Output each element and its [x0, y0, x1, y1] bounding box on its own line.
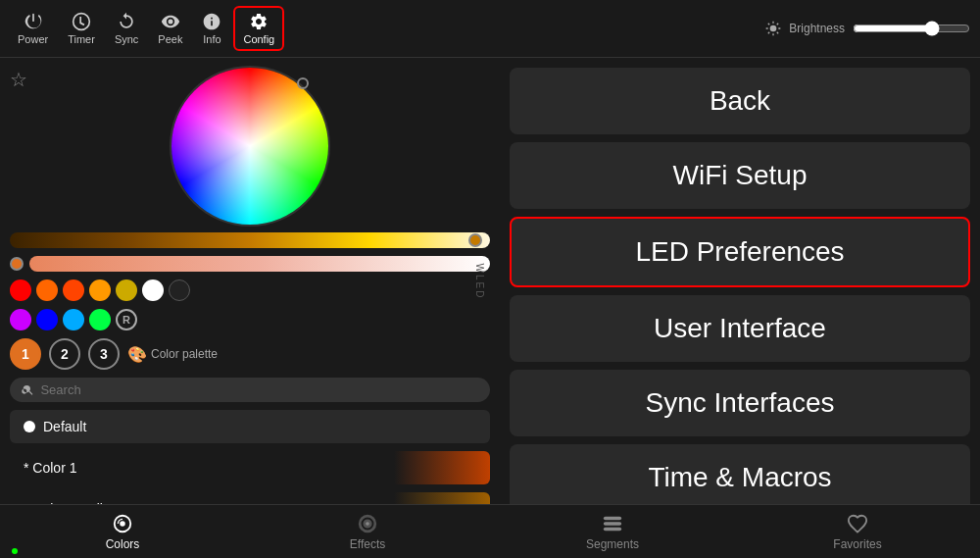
list-item-color1[interactable]: * Color 1: [10, 451, 490, 484]
menu-btn-back[interactable]: Back: [510, 68, 970, 134]
wheel-cursor[interactable]: [297, 77, 309, 89]
search-input[interactable]: [40, 382, 478, 397]
list-label-color1: * Color 1: [24, 460, 76, 476]
menu-btn-led-prefs[interactable]: LED Preferences: [510, 217, 970, 287]
svg-point-1: [120, 521, 125, 527]
nav-timer[interactable]: Timer: [60, 8, 103, 49]
swatch-orange1[interactable]: [36, 279, 58, 301]
palette-label-text: Color palette: [151, 347, 218, 361]
svg-rect-5: [604, 522, 621, 526]
nav-peek-label: Peek: [158, 33, 182, 45]
brightness-section: Brightness: [765, 21, 970, 36]
nav-sync-label: Sync: [115, 33, 138, 45]
nav-info-label: Info: [203, 33, 220, 45]
color-wheel-container: [10, 68, 490, 225]
swatch-cyan[interactable]: [63, 309, 84, 330]
palette-btn-1[interactable]: 1: [10, 338, 41, 370]
hue-slider[interactable]: [10, 232, 490, 248]
swatch-orange2[interactable]: [63, 279, 84, 301]
tab-colors-label: Colors: [106, 537, 140, 551]
swatch-purple[interactable]: [10, 309, 31, 330]
tab-favorites-label: Favorites: [833, 537, 881, 551]
search-box: [10, 378, 490, 402]
tab-effects[interactable]: Effects: [245, 505, 490, 558]
hue-dot: [468, 233, 482, 247]
swatch-random[interactable]: R: [116, 309, 137, 330]
list-label-gradient: * Color Gradient: [24, 501, 122, 504]
color-brightness-bar[interactable]: [29, 256, 490, 272]
palette-btn-3[interactable]: 3: [88, 338, 120, 370]
nav-peek[interactable]: Peek: [150, 8, 190, 49]
svg-point-0: [770, 25, 777, 32]
swatches-row1: [10, 279, 490, 301]
tab-segments[interactable]: Segments: [490, 505, 735, 558]
list-item-gradient[interactable]: * Color Gradient: [10, 492, 490, 504]
brightness-slider-row: [10, 256, 490, 272]
search-icon: [22, 383, 34, 397]
menu-btn-ui[interactable]: User Interface: [510, 295, 970, 362]
swatch-blue[interactable]: [36, 309, 58, 330]
top-nav: Power Timer Sync Peek Info Config Bright…: [0, 0, 980, 58]
svg-rect-6: [604, 527, 621, 531]
menu-btn-sync[interactable]: Sync Interfaces: [510, 370, 970, 436]
list-dot-default: [24, 421, 35, 432]
tab-segments-label: Segments: [586, 537, 639, 551]
list-label-default: Default: [43, 419, 86, 434]
swatch-red[interactable]: [10, 279, 31, 301]
nav-sync[interactable]: Sync: [107, 8, 146, 49]
swatch-white[interactable]: [142, 279, 164, 301]
swatch-dark[interactable]: [169, 279, 190, 301]
nav-timer-label: Timer: [68, 33, 95, 45]
palette-icon: 🎨: [127, 345, 147, 364]
swatches-row2: R: [10, 309, 490, 330]
nav-info[interactable]: Info: [194, 8, 229, 49]
color-wheel[interactable]: [172, 68, 328, 225]
menu-btn-time[interactable]: Time & Macros: [510, 444, 970, 504]
left-panel: ☆: [0, 58, 500, 504]
swatch-yellow[interactable]: [116, 279, 137, 301]
svg-rect-4: [604, 516, 621, 520]
bottom-tabs: Colors Effects Segments Favorites: [0, 504, 980, 558]
main-content: ☆: [0, 58, 980, 504]
swatch-green[interactable]: [89, 309, 111, 330]
hue-slider-row: [10, 232, 490, 248]
tab-effects-label: Effects: [350, 537, 385, 551]
nav-power-label: Power: [18, 33, 48, 45]
tab-colors[interactable]: Colors: [0, 505, 245, 558]
slider-dot: [10, 257, 24, 271]
nav-power[interactable]: Power: [10, 8, 56, 49]
nav-config[interactable]: Config: [233, 6, 284, 51]
palette-row: 1 2 3 🎨 Color palette: [10, 338, 490, 370]
svg-point-3: [366, 522, 369, 526]
brightness-label: Brightness: [789, 22, 845, 35]
right-panel: Back WiFi Setup LED Preferences User Int…: [500, 58, 980, 504]
list-item-default[interactable]: Default: [10, 410, 490, 443]
swatch-orange3[interactable]: [89, 279, 111, 301]
menu-btn-wifi[interactable]: WiFi Setup: [510, 142, 970, 209]
brightness-slider[interactable]: [853, 21, 970, 36]
nav-config-label: Config: [243, 33, 274, 45]
tab-favorites[interactable]: Favorites: [735, 505, 980, 558]
palette-label: 🎨 Color palette: [127, 345, 218, 364]
wled-label: WLED: [474, 263, 485, 299]
palette-btn-2[interactable]: 2: [49, 338, 80, 370]
status-dot: [12, 548, 18, 554]
